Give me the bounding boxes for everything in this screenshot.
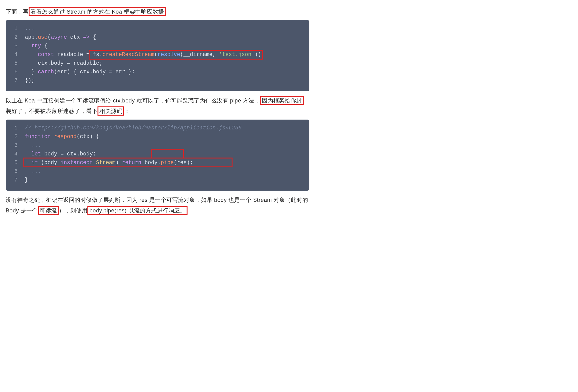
intro-paragraph: 下面，再看看怎么通过 Stream 的方式在 Koa 框架中响应数据 [6,6,309,17]
code-line: ... [25,167,309,176]
code2-gutter: 1 2 3 4 5 6 7 [6,120,21,191]
code-line: ... [25,141,309,150]
line-number: 2 [6,33,21,42]
p2-seg2: 装好了，不要被表象所迷惑了，看下 [6,108,97,114]
line-number: 6 [6,167,21,176]
line-number: 4 [6,150,21,158]
middle-paragraph: 以上在 Koa 中直接创建一个可读流赋值给 ctx.body 就可以了，你可能疑… [6,96,309,116]
code-block-2: 1 2 3 4 5 6 7 // https://github.com/koaj… [6,120,309,191]
p2-hl1: 因为框架给你封 [260,96,304,105]
code-line: ... [25,24,309,33]
line-number: 5 [6,59,21,68]
p2-seg1: 以上在 Koa 中直接创建一个可读流赋值给 ctx.body 就可以了，你可能疑… [6,97,260,104]
p3-seg2: ），则使用 [59,207,88,214]
line-number: 5 [6,158,21,167]
line-number: 7 [6,76,21,85]
line-number: 6 [6,68,21,76]
p2-hl2: 相关源码 [97,106,124,116]
code-line: const readable = fs.createReadStream(res… [25,50,309,59]
code-line: } [25,176,309,185]
line-number: 3 [6,141,21,150]
code-line: }); [25,76,309,85]
p2-seg3: ： [124,108,130,114]
line-number: 1 [6,124,21,133]
code2-body: // https://github.com/koajs/koa/blob/mas… [21,120,309,191]
code-line: ctx.body = readable; [25,59,309,68]
code-line: app.use(async ctx => { [25,33,309,42]
code-line: let body = ctx.body; [25,150,309,158]
code-line: if (body instanceof Stream) return body.… [25,158,309,167]
line-number: 3 [6,42,21,50]
code-line: try { [25,42,309,50]
code-block-1: 1 2 3 4 5 6 7 ... app.use(async ctx => {… [6,20,309,91]
outro-paragraph: 没有神奇之处，框架在返回的时候做了层判断，因为 res 是一个可写流对象，如果 … [6,195,309,216]
code1-body: ... app.use(async ctx => { try { const r… [21,20,309,91]
p3-hl1: 可读流 [38,206,59,215]
line-number: 1 [6,24,21,33]
code-line: } catch(err) { ctx.body = err }; [25,68,309,76]
line-number: 7 [6,176,21,185]
p1-pre: 下面，再 [6,8,29,15]
p1-highlight: 看看怎么通过 Stream 的方式在 Koa 框架中响应数据 [29,7,166,16]
p3-hl2: body.pipe(res) 以流的方式进行响应。 [88,206,188,215]
line-number: 2 [6,133,21,141]
code-line: // https://github.com/koajs/koa/blob/mas… [25,124,309,133]
line-number: 4 [6,50,21,59]
code-line: function respond(ctx) { [25,133,309,141]
code1-gutter: 1 2 3 4 5 6 7 [6,20,21,91]
